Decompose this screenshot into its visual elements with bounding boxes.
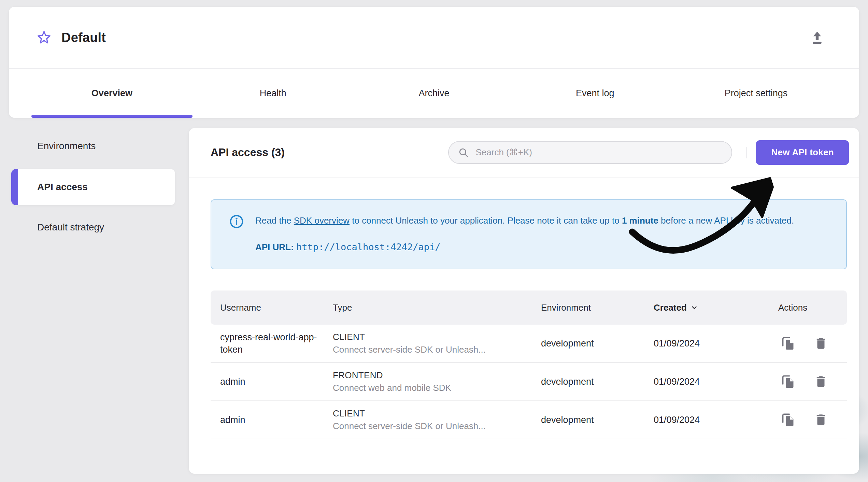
table-row: admin CLIENT Connect server-side SDK or … [211,401,847,439]
tab-label: Health [260,88,286,99]
table-row: cypress-real-world-app-token CLIENT Conn… [211,325,847,363]
delete-token-button[interactable] [812,372,830,391]
chevron-down-icon [690,303,698,312]
api-access-panel: API access (3) New API token [189,128,859,474]
delete-token-button[interactable] [812,334,830,353]
cell-created: 01/09/2024 [654,338,778,349]
tab-label: Event log [576,88,614,99]
copy-icon [780,412,795,427]
sidebar-item-default-strategy[interactable]: Default strategy [9,209,180,245]
cell-username: admin [220,414,317,426]
banner-text-middle: to connect Unleash to your application. … [350,215,622,226]
tab-overview[interactable]: Overview [31,69,193,118]
search-box [448,141,732,164]
cell-type: CLIENT Connect server-side SDK or Unleas… [333,408,541,431]
favorite-star-button[interactable] [36,30,52,45]
active-tab-indicator [31,115,193,118]
token-type-description: Connect server-side SDK or Unleash... [333,421,541,431]
tab-label: Overview [91,88,132,99]
search-input[interactable] [475,147,723,158]
tab-event-log[interactable]: Event log [514,69,675,118]
page: Default Overview Health Archive [0,0,868,482]
tab-label: Archive [418,88,449,99]
api-url-label: API URL [255,242,291,252]
cell-environment: development [541,338,654,349]
sidebar-item-api-access[interactable]: API access [11,169,175,205]
cell-actions [778,372,847,391]
sidebar-item-label: Environments [37,141,96,152]
column-header-environment: Environment [541,302,654,313]
cell-username: admin [220,375,317,388]
page-title: Default [61,30,106,45]
column-header-created-sort[interactable]: Created [654,302,698,313]
star-outline-icon [36,30,52,45]
cell-actions [778,410,847,429]
cell-created: 01/09/2024 [654,415,778,425]
info-banner: Read the SDK overview to connect Unleash… [211,199,847,269]
copy-token-button[interactable] [778,410,797,429]
delete-token-button[interactable] [812,411,830,429]
banner-text-end: before a new API key is activated. [658,215,794,226]
column-header-label: Created [654,302,687,313]
copy-icon [780,336,795,351]
project-tabs: Overview Health Archive Event log Projec… [9,68,859,118]
cell-environment: development [541,415,654,425]
token-type: FRONTEND [333,370,541,381]
api-access-header: API access (3) New API token [189,128,859,178]
sidebar-item-environments[interactable]: Environments [9,128,180,164]
section-title: API access (3) [211,146,285,159]
cell-actions [778,334,847,353]
cell-username: cypress-real-world-app-token [220,331,317,356]
copy-token-button[interactable] [778,334,797,353]
tab-archive[interactable]: Archive [354,69,515,118]
search-icon [458,147,469,158]
new-api-token-button[interactable]: New API token [756,140,849,165]
tab-health[interactable]: Health [193,69,354,118]
token-type-description: Connect web and mobile SDK [333,383,541,393]
cell-type: FRONTEND Connect web and mobile SDK [333,370,541,393]
banner-text-start: Read the [255,215,294,226]
table-header-row: Username Type Environment Created Action… [211,290,847,325]
upload-icon [809,30,825,45]
column-header-actions: Actions [778,302,847,313]
cell-created: 01/09/2024 [654,377,778,387]
active-item-bar [11,169,18,205]
cell-type: CLIENT Connect server-side SDK or Unleas… [333,332,541,355]
delete-icon [814,413,828,427]
banner-text: Read the SDK overview to connect Unleash… [255,214,794,254]
token-type: CLIENT [333,332,541,342]
column-header-username: Username [220,302,333,313]
project-header-card: Default Overview Health Archive [9,7,859,118]
sdk-overview-link[interactable]: SDK overview [294,215,350,226]
cell-environment: development [541,377,654,387]
copy-icon [780,374,795,389]
api-url-separator: : [291,242,296,252]
api-tokens-table: Username Type Environment Created Action… [211,290,847,439]
api-url-value: http://localhost:4242/api/ [296,242,441,252]
sidebar-item-label: API access [37,182,88,193]
project-header: Default [9,7,859,68]
divider [746,147,746,158]
copy-token-button[interactable] [778,372,797,391]
sidebar-item-label: Default strategy [37,222,104,233]
delete-icon [814,336,828,351]
token-type: CLIENT [333,408,541,419]
tab-project-settings[interactable]: Project settings [675,69,837,118]
info-icon [229,214,244,230]
table-row: admin FRONTEND Connect web and mobile SD… [211,363,847,401]
settings-sidebar: Environments API access Default strategy [9,128,180,245]
column-header-type: Type [333,302,541,313]
export-button[interactable] [809,30,825,45]
tab-label: Project settings [725,88,788,99]
banner-bold-text: 1 minute [622,215,658,226]
token-type-description: Connect server-side SDK or Unleash... [333,344,541,355]
delete-icon [814,374,828,389]
